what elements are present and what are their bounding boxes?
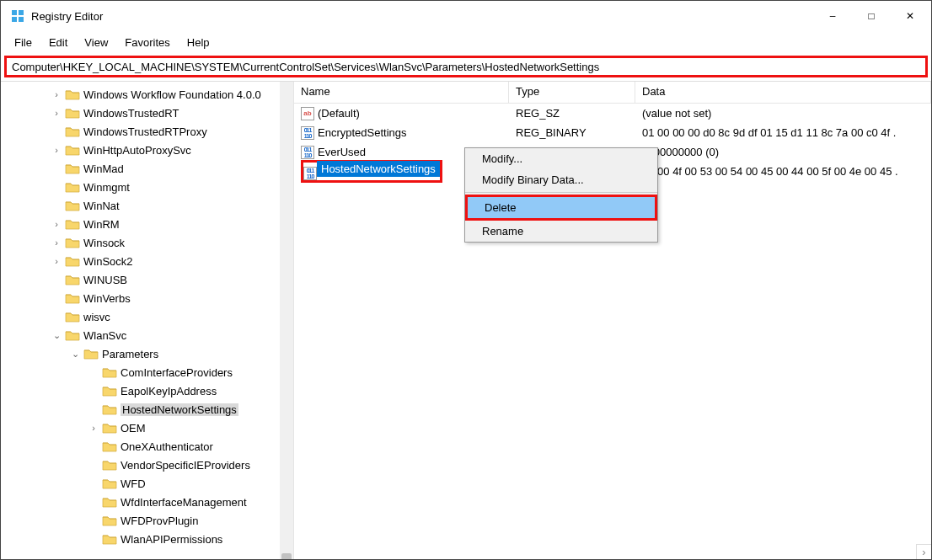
folder-icon [102, 440, 117, 452]
menu-edit[interactable]: Edit [42, 35, 74, 51]
value-data: 01 00 00 00 d0 8c 9d df 01 15 d1 11 8c 7… [635, 126, 931, 139]
tree-item-label: WFDProvPlugin [121, 515, 198, 527]
tree-item-label: WINUSB [83, 274, 127, 286]
folder-icon [65, 107, 80, 119]
tree-item[interactable]: EapolKeyIpAddress [18, 381, 293, 400]
tree-item-label: WinVerbs [83, 292, 131, 305]
tree-item[interactable]: WinMad [18, 159, 293, 178]
tree-item[interactable]: VendorSpecificIEProviders [18, 456, 293, 474]
menu-view[interactable]: View [78, 35, 115, 51]
svg-rect-1 [19, 10, 24, 15]
tree-item[interactable]: WINUSB [18, 270, 293, 289]
content-area: ›Windows Workflow Foundation 4.0.0›Windo… [1, 81, 931, 559]
value-row[interactable]: ab(Default)REG_SZ(value not set) [294, 104, 931, 123]
tree-item-label: EapolKeyIpAddress [121, 385, 217, 397]
tree-item[interactable]: ›WindowsTrustedRT [18, 104, 293, 122]
column-type[interactable]: Type [509, 82, 635, 103]
tree-scrollbar[interactable] [280, 82, 293, 559]
menu-file[interactable]: File [8, 35, 39, 51]
tree-item-label: Winsock [83, 237, 125, 249]
chevron-down-icon[interactable]: ⌄ [68, 349, 82, 360]
tree-item[interactable]: ⌄WlanSvc [18, 326, 293, 344]
address-path: Computer\HKEY_LOCAL_MACHINE\SYSTEM\Curre… [12, 61, 599, 73]
tree-item[interactable]: OneXAuthenticator [18, 437, 293, 456]
folder-icon [102, 366, 117, 378]
list-header: Name Type Data [294, 82, 931, 104]
tree-item-label: WinNat [83, 200, 120, 212]
tree-item[interactable]: WfdInterfaceManagement [18, 493, 293, 511]
column-name[interactable]: Name [294, 82, 509, 103]
tree-item[interactable]: WFD [18, 474, 293, 493]
value-row[interactable]: 011110EncryptedSettingsREG_BINARY01 00 0… [294, 123, 931, 142]
menu-help[interactable]: Help [180, 35, 217, 51]
tree-item[interactable]: ›OEM [18, 419, 293, 437]
svg-rect-3 [19, 17, 24, 22]
tree-item[interactable]: ›WinSock2 [18, 252, 293, 270]
tree-item[interactable]: WinNat [18, 196, 293, 215]
close-button[interactable]: ✕ [891, 1, 929, 31]
tree-item[interactable]: ›Winsock [18, 233, 293, 252]
chevron-right-icon[interactable]: › [50, 219, 63, 229]
window-controls: – □ ✕ [813, 1, 929, 31]
string-value-icon: ab [301, 107, 314, 120]
tree-item-label: WinHttpAutoProxySvc [83, 144, 191, 157]
folder-icon [65, 274, 80, 285]
chevron-down-icon[interactable]: ⌄ [50, 330, 63, 341]
tree-item[interactable]: WFDProvPlugin [18, 511, 293, 530]
titlebar: Registry Editor – □ ✕ [1, 1, 931, 31]
list-pane: Name Type Data ab(Default)REG_SZ(value n… [294, 82, 931, 559]
tree-item[interactable]: ›Windows Workflow Foundation 4.0.0 [18, 85, 293, 104]
tree-item[interactable]: ›WinHttpAutoProxySvc [18, 141, 293, 159]
context-menu-item-rename[interactable]: Rename [465, 221, 657, 242]
chevron-right-icon[interactable]: › [87, 423, 100, 433]
tree-item[interactable]: WinVerbs [18, 289, 293, 307]
scrollbar-thumb[interactable] [281, 553, 292, 559]
context-menu-separator [465, 192, 657, 193]
horizontal-scroll-right[interactable]: › [916, 544, 931, 559]
folder-icon [65, 237, 80, 248]
chevron-right-icon[interactable]: › [50, 237, 63, 248]
tree-item[interactable]: ›WinRM [18, 215, 293, 233]
context-menu-item-highlight: Delete [465, 195, 657, 221]
window-title: Registry Editor [31, 10, 103, 23]
tree-item[interactable]: ⌄Parameters [18, 344, 293, 363]
tree-item-label: WinRM [83, 218, 120, 231]
chevron-right-icon[interactable]: › [50, 256, 63, 266]
context-menu-item-modify-[interactable]: Modify... [465, 148, 657, 169]
tree-item[interactable]: HostedNetworkSettings [18, 400, 293, 419]
tree-item[interactable]: wisvc [18, 307, 293, 326]
minimize-button[interactable]: – [813, 1, 852, 31]
chevron-right-icon[interactable]: › [50, 108, 63, 118]
tree-item[interactable]: Winmgmt [18, 178, 293, 196]
column-data[interactable]: Data [635, 82, 931, 103]
address-bar[interactable]: Computer\HKEY_LOCAL_MACHINE\SYSTEM\Curre… [4, 56, 928, 77]
maximize-button[interactable]: □ [852, 1, 891, 31]
tree-item[interactable]: WlanAPIPermissions [18, 530, 293, 548]
tree-item-label: VendorSpecificIEProviders [121, 459, 250, 472]
chevron-right-icon[interactable]: › [50, 145, 63, 155]
tree-item-label: WlanSvc [83, 329, 126, 342]
chevron-right-icon[interactable]: › [50, 89, 63, 99]
folder-icon [65, 200, 80, 211]
tree-item-label: OneXAuthenticator [121, 440, 213, 453]
folder-icon [83, 348, 99, 360]
tree-item[interactable]: WindowsTrustedRTProxy [18, 122, 293, 141]
context-menu-item-delete[interactable]: Delete [468, 197, 655, 218]
tree-item-label: WinMad [83, 163, 124, 175]
folder-icon [102, 477, 117, 489]
tree-item[interactable]: ComInterfaceProviders [18, 363, 293, 381]
value-name: HostedNetworkSettings [317, 161, 440, 177]
svg-rect-2 [12, 17, 17, 22]
tree-item-label: WlanAPIPermissions [121, 533, 222, 546]
folder-icon [65, 329, 80, 341]
menubar: File Edit View Favorites Help [1, 31, 931, 56]
tree-item-label: Windows Workflow Foundation 4.0.0 [83, 88, 261, 101]
tree-pane[interactable]: ›Windows Workflow Foundation 4.0.0›Windo… [1, 82, 294, 559]
tree-item-label: OEM [121, 422, 146, 435]
value-data: (value not set) [635, 107, 931, 120]
tree-item-label: WFD [121, 477, 146, 490]
menu-favorites[interactable]: Favorites [118, 35, 176, 51]
context-menu-item-modify-binary-data-[interactable]: Modify Binary Data... [465, 169, 657, 190]
tree-item-label: WfdInterfaceManagement [121, 496, 247, 509]
folder-icon [102, 533, 117, 545]
